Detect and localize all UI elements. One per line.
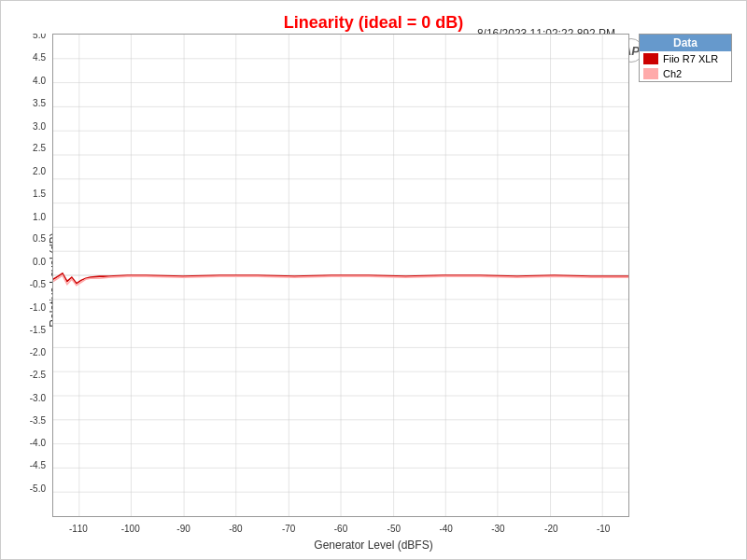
legend-item-ch1: Fiio R7 XLR [640,51,731,66]
svg-text:4.5: 4.5 [33,52,46,63]
legend: Data Fiio R7 XLR Ch2 [639,34,732,82]
svg-text:2.5: 2.5 [33,143,46,153]
x-axis-ticks: -110 -100 -90 -80 -70 -60 -50 -40 -30 -2… [52,519,629,545]
legend-label-ch2: Ch2 [663,68,682,79]
legend-label-ch1: Fiio R7 XLR [663,53,718,64]
svg-text:-20: -20 [544,524,558,534]
legend-color-ch1 [643,53,658,64]
svg-text:-110: -110 [69,524,88,534]
svg-text:-30: -30 [491,524,505,534]
svg-text:-4.0: -4.0 [30,438,46,448]
svg-text:-3.0: -3.0 [30,393,46,403]
svg-text:-50: -50 [388,524,402,534]
svg-text:1.5: 1.5 [33,188,46,198]
legend-header: Data [640,35,731,51]
svg-text:-3.5: -3.5 [30,414,46,425]
svg-text:-1.5: -1.5 [30,324,46,334]
svg-text:-70: -70 [282,524,296,534]
svg-text:3.0: 3.0 [33,120,46,131]
svg-text:0.0: 0.0 [33,257,46,267]
legend-item-ch2: Ch2 [640,66,731,81]
svg-text:4.0: 4.0 [33,76,46,86]
svg-text:-1.0: -1.0 [30,301,46,312]
svg-text:0.5: 0.5 [33,233,46,244]
svg-text:-2.5: -2.5 [30,370,46,380]
svg-text:-80: -80 [229,524,243,534]
svg-text:-10: -10 [597,524,611,534]
legend-color-ch2 [643,68,658,79]
svg-text:-4.5: -4.5 [30,460,46,470]
svg-text:-60: -60 [334,524,348,534]
chart-title: Linearity (ideal = 0 dB) [1,6,746,33]
svg-text:-0.5: -0.5 [30,279,46,289]
svg-text:-40: -40 [439,524,453,534]
chart-container: Linearity (ideal = 0 dB) 8/16/2023 11:02… [0,0,747,560]
svg-text:5.0: 5.0 [33,34,46,40]
svg-text:-5.0: -5.0 [30,483,46,494]
svg-text:-2.0: -2.0 [30,347,46,357]
svg-text:-100: -100 [121,524,140,534]
svg-text:1.0: 1.0 [33,211,46,221]
y-axis-ticks: 5.0 4.5 4.0 3.5 3.0 2.5 2.0 1.5 1.0 0.5 … [1,34,52,517]
svg-text:2.0: 2.0 [33,166,46,176]
svg-text:3.5: 3.5 [33,97,46,107]
svg-text:-90: -90 [176,524,190,534]
plot-svg [53,35,628,516]
plot-area [52,34,629,517]
